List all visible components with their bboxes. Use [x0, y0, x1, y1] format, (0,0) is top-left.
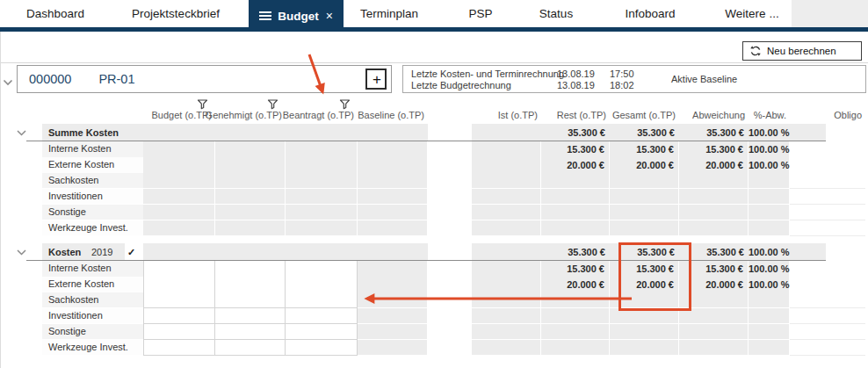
column-header: Baseline (o.TP): [358, 93, 428, 121]
menu-icon: [259, 11, 271, 20]
row-label: Werkzeuge Invest.: [42, 340, 143, 356]
section-underline: [26, 260, 826, 261]
cell-budget[interactable]: [143, 308, 215, 324]
cell-budget[interactable]: [143, 292, 215, 308]
cell-genehmigt[interactable]: [215, 292, 286, 308]
section-rows: Interne Kosten15.300 €15.300 €15.300 €10…: [15, 261, 865, 356]
cell-beantragt: [286, 141, 358, 158]
cell-pct-abw: [749, 324, 790, 340]
column-header-label: Budget (o.TP): [152, 110, 212, 121]
project-chevron-down-icon[interactable]: [3, 74, 13, 90]
cell-gesamt: [610, 205, 679, 220]
filter-icon[interactable]: [267, 97, 278, 108]
cell-rest: [541, 189, 610, 205]
row-label: Externe Kosten: [42, 277, 143, 293]
cell-beantragt: [286, 189, 358, 205]
table-row: Investitionen: [15, 189, 865, 205]
row-label: Interne Kosten: [42, 141, 143, 158]
last-cost-calc-time: 17:50: [610, 69, 634, 80]
cell-budget[interactable]: [143, 277, 215, 293]
cell-budget[interactable]: [143, 340, 215, 356]
cell-gesamt: [610, 189, 679, 205]
cell-ist: [472, 340, 541, 356]
row-label: Investitionen: [42, 308, 143, 324]
cell-gesamt: [610, 308, 679, 324]
cell-baseline: [358, 261, 428, 278]
cell-genehmigt[interactable]: [215, 308, 286, 324]
cell-pct-abw: 100.00 %: [749, 261, 790, 278]
cell-beantragt[interactable]: [286, 324, 358, 340]
tab-terminplan[interactable]: Terminplan: [360, 0, 418, 27]
cell-gesamt: 20.000 €: [610, 157, 679, 174]
tab-status[interactable]: Status: [539, 0, 573, 27]
cell-genehmigt[interactable]: [215, 261, 286, 278]
tab-psp[interactable]: PSP: [468, 0, 492, 27]
cell-beantragt[interactable]: [286, 261, 358, 278]
project-id: 000000: [29, 72, 71, 86]
filter-icon[interactable]: [197, 97, 208, 108]
cell-genehmigt[interactable]: [215, 277, 286, 293]
calculation-info-box: Letzte Kosten- und Terminrechnung 13.08.…: [402, 65, 866, 93]
column-header-label: %-Abw.: [754, 110, 786, 121]
cell-genehmigt: [215, 141, 286, 158]
confirmed-check-icon[interactable]: ✓: [127, 243, 135, 261]
close-tab-icon[interactable]: ×: [326, 9, 333, 23]
column-header: Beantragt (o.TP): [286, 93, 358, 121]
cell-genehmigt[interactable]: [215, 324, 286, 340]
tab-projektsteckbrief[interactable]: Projektsteckbrief: [132, 0, 220, 27]
tab-dashboard[interactable]: Dashboard: [26, 0, 84, 27]
cell-obligo: [790, 340, 865, 356]
cell-baseline: [358, 308, 428, 324]
cell-ist: [472, 292, 541, 308]
cell-gesamt: 20.000 €: [610, 277, 679, 293]
row-label: Sonstige: [42, 205, 143, 220]
cell-budget: [143, 173, 215, 189]
section-kosten-2019: Kosten 2019 ✓ 35.300 € 35.300 € 35.300 €…: [15, 243, 865, 356]
recalculate-button[interactable]: Neu berechnen: [742, 41, 862, 61]
cell-beantragt: [286, 205, 358, 220]
collapse-section-icon[interactable]: [15, 243, 42, 261]
tab-budget[interactable]: Budget×: [249, 0, 344, 32]
section-rows: Interne Kosten15.300 €15.300 €15.300 €10…: [15, 141, 865, 236]
total-abweichung: 35.300 €: [679, 124, 749, 141]
column-header: Rest (o.TP): [541, 93, 610, 121]
add-button[interactable]: +: [365, 69, 387, 90]
tab-label: Budget: [278, 10, 319, 23]
cell-ist: [472, 324, 541, 340]
filter-icon[interactable]: [339, 97, 351, 108]
table-row: Externe Kosten20.000 €20.000 €20.000 €10…: [15, 157, 865, 173]
project-header[interactable]: 000000 PR-01 +: [17, 65, 392, 93]
cell-obligo: [790, 189, 865, 205]
tab-infoboard[interactable]: Infoboard: [625, 0, 675, 27]
row-label: Externe Kosten: [42, 157, 143, 174]
cell-baseline: [358, 340, 428, 356]
cell-gesamt: [610, 292, 679, 308]
cell-beantragt[interactable]: [286, 308, 358, 324]
last-budget-calc-time: 18:02: [610, 80, 634, 91]
column-header-label: Abweichung: [692, 110, 745, 121]
cell-budget[interactable]: [143, 261, 215, 278]
cell-genehmigt[interactable]: [215, 340, 286, 356]
cell-pct-abw: [749, 308, 790, 324]
cell-beantragt: [286, 157, 358, 174]
cell-rest: [541, 324, 610, 340]
active-baseline-label: Aktive Baseline: [671, 66, 737, 92]
section-title: Summe Kosten: [42, 124, 119, 141]
column-header: Ist (o.TP): [472, 93, 541, 121]
cell-beantragt[interactable]: [286, 277, 358, 293]
cell-beantragt[interactable]: [286, 340, 358, 356]
toolbar-divider: [0, 62, 868, 63]
nav-end-filler: [792, 0, 868, 27]
row-label: Sachkosten: [42, 292, 143, 308]
tab-weitere[interactable]: Weitere ...: [725, 0, 778, 27]
cell-baseline: [358, 189, 428, 205]
cell-pct-abw: 100.00 %: [749, 157, 790, 174]
cell-beantragt[interactable]: [286, 292, 358, 308]
collapse-section-icon[interactable]: [15, 124, 42, 141]
cell-budget[interactable]: [143, 324, 215, 340]
cell-abweichung: 20.000 €: [679, 277, 749, 293]
column-header-label: Obligo: [834, 110, 862, 121]
cell-ist: [472, 308, 541, 324]
cell-genehmigt: [215, 205, 286, 220]
cell-baseline: [358, 157, 428, 174]
